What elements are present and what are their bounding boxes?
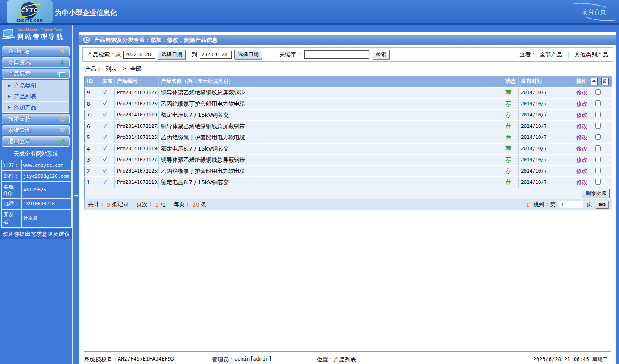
page-number-link[interactable]: 1 bbox=[526, 201, 530, 208]
info-value: www.cncytc.com bbox=[21, 160, 71, 171]
pick-from-date-button[interactable]: 选择日期 bbox=[158, 50, 186, 59]
row-checkbox-cell bbox=[593, 110, 612, 121]
row-status-badge: 荐 bbox=[503, 143, 519, 154]
menu-label: 新闻资讯 bbox=[8, 59, 58, 66]
published-check-icon: √ bbox=[102, 100, 106, 107]
row-edit-link[interactable]: 修改 bbox=[574, 177, 593, 188]
row-product-code: Pro2014107112735 bbox=[115, 154, 159, 166]
row-edit-link[interactable]: 修改 bbox=[574, 87, 593, 98]
sidebar: WebMaster DreamEasy 网站管理导航 企业信息 ✎ 新闻资讯 ↓… bbox=[0, 25, 73, 364]
row-checkbox[interactable] bbox=[595, 100, 601, 106]
page-rest: /1 bbox=[161, 201, 166, 208]
table-row: 3√Pro2014107112735铜导体聚乙烯绝缘铜线总屏蔽钢带荐2014/1… bbox=[85, 154, 612, 166]
row-publish-date: 2014/10/7 bbox=[519, 98, 574, 110]
invert-selection-button[interactable]: 反 bbox=[601, 78, 608, 85]
row-edit-link[interactable]: 修改 bbox=[574, 154, 593, 166]
row-checkbox[interactable] bbox=[595, 168, 601, 173]
view-all-products-link[interactable]: 全部产品 bbox=[540, 51, 562, 59]
row-publish-date: 2014/10/7 bbox=[519, 132, 574, 143]
breadcrumb: 产品： 列表 -> 全部 bbox=[85, 65, 616, 73]
row-edit-link[interactable]: 修改 bbox=[574, 121, 593, 132]
row-checkbox[interactable] bbox=[595, 157, 601, 162]
sidebar-collapse-handle[interactable]: ◄ bbox=[74, 192, 77, 198]
sidebar-item-products[interactable]: 产品展示 bbox=[2, 69, 70, 79]
front-home-badge: 前台首页 bbox=[576, 7, 613, 18]
sidebar-menu: 企业信息 ✎ 新闻资讯 ↓ 产品展示 ▶ 产品类别 ▶ 产品列表 ▶ 添加产品 bbox=[0, 44, 72, 147]
date-to-input[interactable] bbox=[200, 51, 232, 59]
sidebar-item-product-list[interactable]: ▶ 产品列表 bbox=[3, 91, 69, 102]
row-product-name-link[interactable]: 额定电压8.7 / 15kV铜芯交 bbox=[159, 110, 503, 121]
row-product-name-link[interactable]: 乙丙绝缘氯丁护套船用电力软电缆 bbox=[159, 166, 503, 177]
sidebar-item-product-category[interactable]: ▶ 产品类别 bbox=[3, 80, 69, 91]
sidebar-footer-note: 欢迎你提出需求意见及建议 bbox=[0, 229, 72, 239]
select-all-button[interactable]: 全 bbox=[591, 78, 597, 85]
jump-suffix: 页 bbox=[587, 201, 592, 208]
row-edit-link[interactable]: 修改 bbox=[574, 98, 593, 110]
row-checkbox[interactable] bbox=[595, 145, 601, 151]
row-checkbox[interactable] bbox=[595, 112, 601, 117]
jump-label: 跳到：第 bbox=[533, 201, 556, 208]
row-product-name-link[interactable]: 乙丙绝缘氯丁护套船用电力软电缆 bbox=[159, 98, 503, 110]
divider: ｜ bbox=[565, 51, 571, 59]
submenu-label: 添加产品 bbox=[14, 104, 36, 110]
view-other-category-link[interactable]: 其他类别产品 bbox=[575, 51, 608, 59]
edit-icon: ✎ bbox=[58, 48, 66, 55]
row-product-name-link[interactable]: 额定电压8.7 / 15kV铜芯交 bbox=[159, 177, 503, 188]
date-from-input[interactable] bbox=[123, 51, 155, 59]
products-submenu: ▶ 产品类别 ▶ 产品列表 ▶ 添加产品 bbox=[2, 80, 69, 113]
menu-label: 企业信息 bbox=[8, 47, 58, 55]
row-product-name-link[interactable]: 铜导体聚乙烯绝缘铜线总屏蔽钢带 bbox=[159, 87, 503, 98]
row-id: 7 bbox=[85, 110, 100, 121]
row-checkbox[interactable] bbox=[595, 89, 601, 95]
row-status-badge: 荐 bbox=[503, 177, 519, 188]
col-product-code: 产品编号 bbox=[115, 76, 159, 87]
sidebar-item-logout[interactable]: 退出登录 ↺ bbox=[2, 136, 70, 147]
row-edit-link[interactable]: 修改 bbox=[574, 110, 593, 121]
row-product-name-link[interactable]: 乙丙绝缘氯丁护套船用电力软电缆 bbox=[159, 132, 503, 143]
row-edit-link[interactable]: 修改 bbox=[574, 143, 593, 154]
table-footer-actions: 删除所选 bbox=[84, 188, 612, 199]
row-product-name-link[interactable]: 铜导体聚乙烯绝缘铜线总屏蔽钢带 bbox=[159, 154, 503, 166]
sidebar-item-news[interactable]: 新闻资讯 ↓ bbox=[2, 57, 70, 68]
info-value: 计永昌 bbox=[21, 209, 71, 227]
tools-icon: ⚒ bbox=[58, 127, 66, 134]
row-publish-date: 2014/10/7 bbox=[519, 166, 574, 177]
pick-to-date-button[interactable]: 选择日期 bbox=[234, 50, 262, 59]
col-product-name-note: （指向显示所属类别） bbox=[182, 78, 234, 84]
table-row: 5√Pro2014107112557乙丙绝缘氯丁护套船用电力软电缆荐2014/1… bbox=[85, 132, 612, 143]
row-status-badge: 荐 bbox=[503, 87, 519, 98]
delete-selected-button[interactable]: 删除所选 bbox=[582, 189, 610, 198]
jump-page-input[interactable] bbox=[559, 201, 583, 208]
row-id: 4 bbox=[85, 143, 100, 154]
sidebar-item-tech-support[interactable]: 技术支持 ☺ bbox=[2, 114, 70, 124]
row-product-name-link[interactable]: 铜导体聚乙烯绝缘铜线总屏蔽钢带 bbox=[159, 121, 503, 132]
brand-subtitle: WebMaster DreamEasy bbox=[17, 28, 64, 33]
per-page-suffix: 条 bbox=[201, 201, 207, 208]
row-edit-link[interactable]: 修改 bbox=[574, 132, 593, 143]
info-label: 官方： bbox=[1, 160, 21, 171]
go-button[interactable]: GO bbox=[596, 201, 608, 209]
info-value: 46129825 bbox=[21, 182, 71, 198]
col-id: ID bbox=[85, 76, 100, 87]
row-checkbox[interactable] bbox=[595, 134, 601, 140]
main-panel: 产品检索及分类查看：添加，修改，删除产品信息 产品检索：从 选择日期 到 选择日… bbox=[79, 32, 616, 364]
search-button[interactable]: 检索 bbox=[373, 50, 390, 59]
breadcrumb-list-link[interactable]: 列表 bbox=[105, 65, 117, 73]
row-checkbox[interactable] bbox=[595, 179, 601, 185]
row-publish-date: 2014/10/7 bbox=[519, 143, 574, 154]
product-table-body: 9√Pro2014107112735铜导体聚乙烯绝缘铜线总屏蔽钢带荐2014/1… bbox=[85, 87, 612, 188]
row-status-badge: 荐 bbox=[503, 98, 519, 110]
row-product-name-link[interactable]: 额定电压8.7 / 15kV铜芯交 bbox=[159, 143, 503, 154]
front-home-link[interactable]: 前台首页 bbox=[582, 8, 606, 16]
table-row: 7√Pro2014107111923额定电压8.7 / 15kV铜芯交荐2014… bbox=[85, 110, 612, 121]
row-status-badge: 荐 bbox=[503, 132, 519, 143]
keyword-input[interactable] bbox=[304, 50, 369, 59]
row-checkbox[interactable] bbox=[595, 123, 601, 129]
row-edit-link[interactable]: 修改 bbox=[574, 166, 593, 177]
sidebar-item-add-product[interactable]: ▶ 添加产品 bbox=[3, 102, 69, 113]
sidebar-item-system-admin[interactable]: 系统管理 ⚒ bbox=[2, 125, 70, 135]
view-label: 查看： bbox=[519, 51, 536, 59]
sidebar-item-company-info[interactable]: 企业信息 ✎ bbox=[2, 46, 70, 56]
info-label: 客服QQ: bbox=[1, 182, 21, 198]
info-row: 开发者: 计永昌 bbox=[1, 209, 71, 227]
